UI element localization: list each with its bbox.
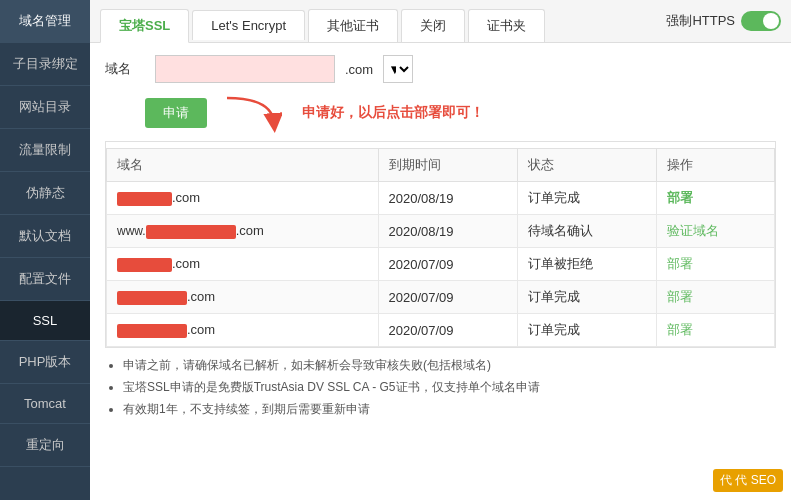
table-row: www..com 2020/08/19 待域名确认 验证域名 [107,215,775,248]
sidebar-item-pseudo-static[interactable]: 伪静态 [0,172,90,215]
deploy-button-4[interactable]: 部署 [667,289,693,304]
cell-expiry-4: 2020/07/09 [378,281,517,314]
table-row: .com 2020/07/09 订单完成 部署 [107,281,775,314]
tab-cert-folder[interactable]: 证书夹 [468,9,545,42]
cell-action-2[interactable]: 验证域名 [656,215,774,248]
https-toggle-label: 强制HTTPS [666,12,735,30]
sidebar-item-default-doc[interactable]: 默认文档 [0,215,90,258]
content-area: 域名 .com ▼ 申请 申请好，以后点 [90,43,791,500]
cell-domain-1: .com [107,182,379,215]
cell-expiry-2: 2020/08/19 [378,215,517,248]
cell-status-1: 订单完成 [517,182,656,215]
domain-suffix-4: .com [187,289,215,304]
sidebar-item-subdir-bind[interactable]: 子目录绑定 [0,43,90,86]
cert-table-wrapper: 域名 到期时间 状态 操作 .com 2020/08/19 订单完成 部署 [105,141,776,348]
cell-status-5: 订单完成 [517,314,656,347]
cell-action-5[interactable]: 部署 [656,314,774,347]
domain-suffix-3: .com [172,256,200,271]
domain-bar-4 [117,291,187,305]
https-toggle-switch[interactable] [741,11,781,31]
cell-expiry-5: 2020/07/09 [378,314,517,347]
domain-suffix: .com [345,62,373,77]
domain-suffix-1: .com [172,190,200,205]
sidebar-item-domain-mgmt[interactable]: 域名管理 [0,0,90,43]
domain-bar-5 [117,324,187,338]
apply-row: 申请 申请好，以后点击部署即可！ [105,93,776,133]
verify-button-2[interactable]: 验证域名 [667,223,719,238]
col-header-expiry: 到期时间 [378,149,517,182]
sidebar: 域名管理 子目录绑定 网站目录 流量限制 伪静态 默认文档 配置文件 SSL P… [0,0,90,500]
cell-action-3[interactable]: 部署 [656,248,774,281]
col-header-status: 状态 [517,149,656,182]
sidebar-item-tomcat[interactable]: Tomcat [0,384,90,424]
cell-status-4: 订单完成 [517,281,656,314]
hint-text: 申请好，以后点击部署即可！ [302,104,484,122]
domain-bar-1 [117,192,172,206]
cert-table: 域名 到期时间 状态 操作 .com 2020/08/19 订单完成 部署 [106,148,775,347]
sidebar-item-php-version[interactable]: PHP版本 [0,341,90,384]
domain-label: 域名 [105,60,145,78]
domain-suffix-2: .com [236,223,264,238]
domain-bar-2 [146,225,236,239]
tab-baota-ssl[interactable]: 宝塔SSL [100,9,189,43]
sidebar-item-website-dir[interactable]: 网站目录 [0,86,90,129]
col-header-action: 操作 [656,149,774,182]
hint-container: 申请好，以后点击部署即可！ [222,93,484,133]
notes-section: 申请之前，请确保域名已解析，如未解析会导致审核失败(包括根域名) 宝塔SSL申请… [105,356,776,418]
cell-domain-3: .com [107,248,379,281]
tabs-bar: 宝塔SSL Let's Encrypt 其他证书 关闭 证书夹 强制HTTPS [90,0,791,43]
domain-suffix-5: .com [187,322,215,337]
deploy-button-1[interactable]: 部署 [667,190,693,205]
domain-row: 域名 .com ▼ [105,55,776,83]
apply-button[interactable]: 申请 [145,98,207,128]
cell-expiry-1: 2020/08/19 [378,182,517,215]
sidebar-item-config-file[interactable]: 配置文件 [0,258,90,301]
cell-expiry-3: 2020/07/09 [378,248,517,281]
cell-domain-5: .com [107,314,379,347]
domain-input[interactable] [155,55,335,83]
tab-close[interactable]: 关闭 [401,9,465,42]
table-row: .com 2020/08/19 订单完成 部署 [107,182,775,215]
sidebar-item-ssl[interactable]: SSL [0,301,90,341]
watermark: 代 代 SEO [713,469,783,492]
domain-select[interactable]: ▼ [383,55,413,83]
tab-lets-encrypt[interactable]: Let's Encrypt [192,10,305,40]
https-toggle-container: 强制HTTPS [666,11,781,39]
cell-domain-2: www..com [107,215,379,248]
deploy-button-5[interactable]: 部署 [667,322,693,337]
col-header-domain: 域名 [107,149,379,182]
sidebar-item-redirect[interactable]: 重定向 [0,424,90,467]
sidebar-item-traffic-limit[interactable]: 流量限制 [0,129,90,172]
cell-action-1[interactable]: 部署 [656,182,774,215]
cell-domain-4: .com [107,281,379,314]
cell-status-2: 待域名确认 [517,215,656,248]
note-3: 有效期1年，不支持续签，到期后需要重新申请 [123,400,776,418]
note-2: 宝塔SSL申请的是免费版TrustAsia DV SSL CA - G5证书，仅… [123,378,776,396]
cell-status-3: 订单被拒绝 [517,248,656,281]
domain-bar-3 [117,258,172,272]
note-1: 申请之前，请确保域名已解析，如未解析会导致审核失败(包括根域名) [123,356,776,374]
table-row: .com 2020/07/09 订单完成 部署 [107,314,775,347]
main-panel: 宝塔SSL Let's Encrypt 其他证书 关闭 证书夹 强制HTTPS … [90,0,791,500]
arrow-icon [222,93,282,133]
table-row: .com 2020/07/09 订单被拒绝 部署 [107,248,775,281]
tab-other-cert[interactable]: 其他证书 [308,9,398,42]
cell-action-4[interactable]: 部署 [656,281,774,314]
deploy-button-3[interactable]: 部署 [667,256,693,271]
